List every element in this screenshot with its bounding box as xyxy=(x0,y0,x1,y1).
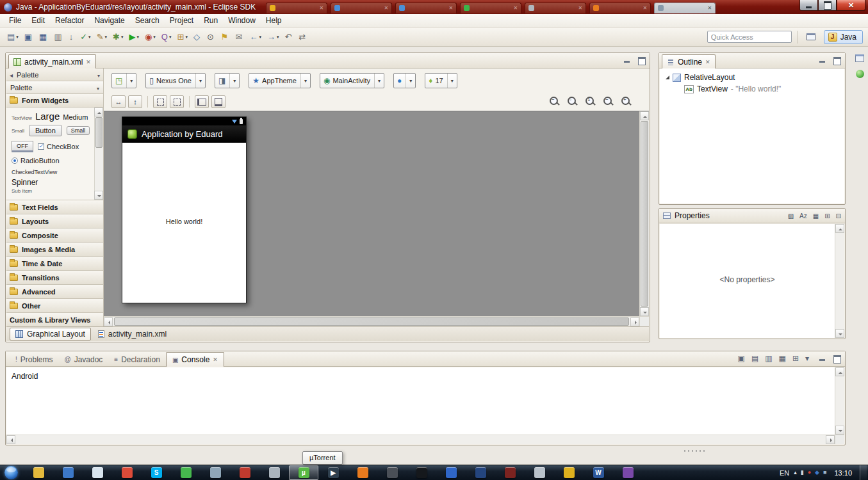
config-dropdown[interactable]: ◉ MainActiv­ity xyxy=(320,73,384,88)
menu-item[interactable]: Navigate xyxy=(89,15,129,26)
properties-toolbar-icon[interactable]: ⊞ xyxy=(824,212,830,220)
palette-item-radiobutton[interactable]: RadioButton xyxy=(12,157,60,164)
java-perspective-button[interactable]: J Java xyxy=(824,30,863,44)
scroll-up-icon[interactable] xyxy=(835,367,844,376)
toolbar-icon-button[interactable]: ▥ xyxy=(52,30,65,44)
scrollbar-thumb[interactable] xyxy=(95,117,102,148)
window-titlebar[interactable]: Java - ApplicationByEduard/res/layout/ac… xyxy=(0,0,868,14)
tab-close-icon[interactable] xyxy=(643,5,647,11)
toolbar-icon-button[interactable]: ✉ xyxy=(233,30,245,44)
tab-activity-main-xml[interactable]: activity_main.xml xyxy=(92,328,172,340)
toolbar-icon-button[interactable]: ← ▾ xyxy=(247,30,263,44)
titlebar-tab[interactable] xyxy=(460,3,521,13)
palette-category-form-widgets[interactable]: Form Widgets xyxy=(6,94,103,108)
menu-item[interactable]: Run xyxy=(199,15,223,26)
palette-category-custom-views[interactable]: Custom & Library Views xyxy=(6,313,103,327)
toolbar-icon-button[interactable]: ✱ ▾ xyxy=(111,30,125,44)
console-toolbar-icon[interactable]: ⊞ xyxy=(792,354,799,363)
properties-toolbar-icon[interactable]: ▦ xyxy=(813,212,819,220)
taskbar-app[interactable] xyxy=(377,465,407,480)
palette-category[interactable]: Transitions xyxy=(6,271,103,285)
scroll-left-icon[interactable] xyxy=(6,435,15,444)
taskbar-app[interactable] xyxy=(613,465,643,480)
tab-close-icon[interactable] xyxy=(319,5,323,11)
palette-item-button[interactable]: Button xyxy=(29,125,62,136)
snap-to-grid-button[interactable] xyxy=(195,95,209,108)
toolbar-icon-button[interactable]: ↓ xyxy=(67,30,77,44)
menu-item[interactable]: Refactor xyxy=(50,15,89,26)
maximize-console-button[interactable] xyxy=(831,354,842,363)
zoom-decrease-icon[interactable] xyxy=(602,95,614,108)
config-dropdown[interactable]: ★ AppTheme xyxy=(249,73,311,88)
tree-node-relativelayout[interactable]: RelativeLayout xyxy=(661,72,843,83)
maximize-button[interactable] xyxy=(818,0,837,11)
tray-icon[interactable]: ● xyxy=(808,470,811,476)
tab-close-icon[interactable] xyxy=(384,5,388,11)
menu-item[interactable]: Edit xyxy=(26,15,50,26)
console-vertical-scrollbar[interactable] xyxy=(835,367,844,435)
device-preview[interactable]: Application by Eduard Hello world! xyxy=(122,116,247,303)
taskbar-app[interactable] xyxy=(83,465,112,480)
layout-canvas[interactable]: Application by Eduard Hello world! xyxy=(104,111,649,316)
palette-category[interactable]: Composite xyxy=(6,228,103,243)
editor-tab-activity-main[interactable]: activity_main.xml xyxy=(8,54,96,68)
config-dropdown[interactable]: ♦ 17 xyxy=(425,73,457,88)
start-button[interactable] xyxy=(4,466,18,479)
toolbar-icon-button[interactable]: ◉ ▾ xyxy=(143,30,158,44)
tab-close-icon[interactable] xyxy=(213,356,218,363)
palette-category[interactable]: Time & Date xyxy=(6,257,103,271)
toolbar-icon-button[interactable]: → ▾ xyxy=(265,30,281,44)
toggle-fill-width-button[interactable] xyxy=(111,95,126,108)
tree-node-textview[interactable]: Ab TextView - "Hello world!" xyxy=(661,83,843,95)
taskbar-app[interactable] xyxy=(53,465,83,480)
properties-scrollbar[interactable] xyxy=(835,224,844,338)
taskbar-app[interactable] xyxy=(171,465,201,480)
toolbar-icon-button[interactable]: ⚑ xyxy=(219,30,232,44)
menu-item[interactable]: Search xyxy=(130,15,165,26)
palette-item-checkedtextview[interactable]: CheckedTextView xyxy=(12,169,57,175)
app-content[interactable]: Hello world! xyxy=(122,143,246,303)
canvas-vertical-scrollbar[interactable] xyxy=(639,111,649,316)
palette-scrollbar[interactable] xyxy=(94,108,103,200)
taskbar-app[interactable] xyxy=(525,465,554,480)
scroll-down-icon[interactable] xyxy=(94,191,103,200)
taskbar-app[interactable]: W xyxy=(584,465,613,480)
palette-category[interactable]: Images & Media xyxy=(6,243,103,257)
taskbar-app[interactable]: ▶ xyxy=(318,465,348,480)
titlebar-tab[interactable] xyxy=(654,3,716,13)
palette-item-textview-large[interactable]: Large xyxy=(35,111,60,122)
toolbar-icon-button[interactable]: ▣ xyxy=(22,30,35,44)
toolbar-icon-button[interactable]: ⊞ ▾ xyxy=(175,30,189,44)
chevron-down-icon[interactable] xyxy=(229,74,239,88)
chevron-down-icon[interactable] xyxy=(374,74,384,88)
taskbar-app[interactable] xyxy=(436,465,466,480)
palette-mode-dropdown[interactable]: Palette xyxy=(6,81,103,94)
taskbar-app[interactable] xyxy=(24,465,53,480)
palette-item-textview[interactable]: TextView xyxy=(12,115,32,121)
zoom-out-icon[interactable] xyxy=(548,95,561,108)
palette-item-checkbox[interactable]: CheckBox xyxy=(38,143,79,150)
console-toolbar-icon[interactable]: ▥ xyxy=(765,354,772,363)
scrollbar-thumb[interactable] xyxy=(641,121,648,307)
maximize-outline-button[interactable] xyxy=(831,56,842,65)
outline-tab[interactable]: Outline xyxy=(662,54,716,68)
toggle-fill-height-button[interactable] xyxy=(128,95,142,108)
console-output[interactable]: Android xyxy=(6,367,844,444)
properties-toolbar-icon[interactable]: ▧ xyxy=(788,212,794,220)
console-toolbar-icon[interactable]: ▤ xyxy=(751,354,758,363)
chevron-down-icon[interactable] xyxy=(405,74,415,88)
toolbar-icon-button[interactable]: ⊙ xyxy=(205,30,217,44)
taskbar-app[interactable]: µ xyxy=(289,465,318,480)
maximize-editor-button[interactable] xyxy=(636,56,646,65)
scroll-up-icon[interactable] xyxy=(640,111,649,120)
menu-item[interactable]: Help xyxy=(261,15,287,26)
show-grid-button[interactable] xyxy=(211,95,225,108)
console-area-tab[interactable]: ! Problems xyxy=(10,353,58,366)
zoom-100-icon[interactable] xyxy=(584,95,596,108)
scroll-down-icon[interactable] xyxy=(835,426,844,435)
scroll-down-icon[interactable] xyxy=(640,307,649,316)
toolbar-icon-button[interactable]: ✓ ▾ xyxy=(78,30,92,44)
palette-item-small-button[interactable]: Small xyxy=(67,126,90,135)
toolbar-icon-button[interactable]: ▦ xyxy=(37,30,50,44)
margins-button[interactable] xyxy=(170,95,184,108)
